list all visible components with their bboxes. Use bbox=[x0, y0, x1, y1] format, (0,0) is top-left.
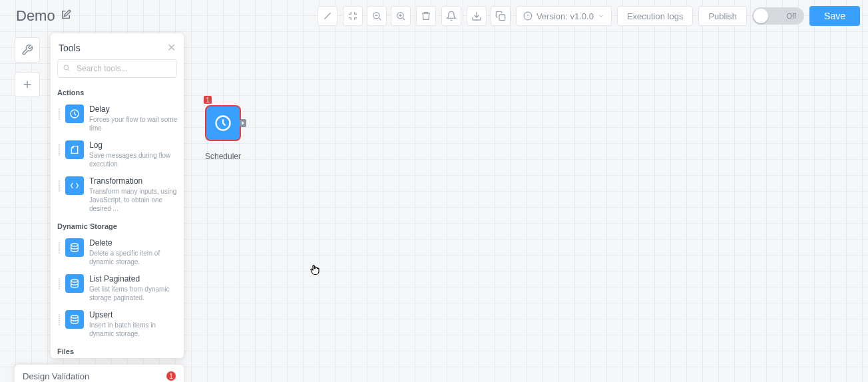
svg-point-6 bbox=[71, 244, 79, 246]
design-validation-tab[interactable]: Design Validation 1 bbox=[15, 365, 184, 382]
close-icon[interactable]: ✕ bbox=[167, 41, 176, 54]
drag-handle-icon bbox=[59, 314, 60, 325]
database-icon bbox=[65, 238, 84, 257]
tool-desc: Insert in batch items in dynamic storage… bbox=[89, 321, 178, 338]
info-icon bbox=[523, 11, 533, 21]
database-icon bbox=[65, 274, 84, 293]
tool-desc: Delete a specific item of dynamic storag… bbox=[89, 249, 178, 266]
svg-rect-2 bbox=[499, 15, 505, 21]
tool-desc: Forces your flow to wait some time bbox=[89, 115, 178, 132]
toolbar: Version: v1.0.0 Execution logs Publish O… bbox=[318, 6, 860, 26]
validation-label: Design Validation bbox=[23, 371, 89, 381]
node-label: Scheduler bbox=[205, 152, 241, 161]
publish-button[interactable]: Publish bbox=[698, 6, 747, 26]
database-icon bbox=[65, 310, 84, 329]
tool-desc: Transform many inputs, using JavaScript,… bbox=[89, 187, 178, 213]
canvas-node-scheduler[interactable]: 1 Scheduler bbox=[205, 105, 241, 161]
drag-handle-icon bbox=[59, 144, 60, 156]
zoom-in-icon[interactable] bbox=[391, 6, 411, 26]
toggle-knob bbox=[754, 9, 768, 23]
bell-icon[interactable] bbox=[441, 6, 461, 26]
chevron-down-icon bbox=[598, 13, 604, 19]
log-icon bbox=[65, 140, 84, 159]
tool-name: Delay bbox=[89, 104, 178, 114]
copy-icon[interactable] bbox=[491, 6, 511, 26]
node-output-port[interactable] bbox=[240, 119, 246, 127]
section-actions: Actions bbox=[57, 89, 180, 96]
tools-wrench-icon[interactable] bbox=[15, 37, 40, 63]
top-header: Demo Version: v1.0.0 Execution logs bbox=[0, 0, 868, 32]
clock-icon bbox=[65, 104, 84, 123]
drag-handle-icon bbox=[59, 242, 60, 254]
trash-icon[interactable] bbox=[416, 6, 436, 26]
drag-handle-icon bbox=[59, 108, 60, 120]
tool-upsert[interactable]: Upsert Insert in batch items in dynamic … bbox=[57, 306, 180, 342]
tools-panel-title: Tools bbox=[59, 43, 81, 53]
execution-logs-button[interactable]: Execution logs bbox=[617, 6, 694, 26]
side-tools bbox=[15, 37, 40, 97]
zoom-out-icon[interactable] bbox=[367, 6, 387, 26]
node-box[interactable] bbox=[205, 105, 241, 141]
tool-delay[interactable]: Delay Forces your flow to wait some time bbox=[57, 100, 180, 136]
tool-line-icon[interactable] bbox=[318, 6, 337, 26]
search-icon bbox=[63, 63, 71, 75]
hand-cursor-icon bbox=[309, 264, 321, 278]
tools-panel: Tools ✕ Actions Delay Forces your flow t… bbox=[51, 33, 184, 358]
version-select[interactable]: Version: v1.0.0 bbox=[516, 6, 612, 26]
clock-icon bbox=[214, 114, 232, 132]
node-error-badge: 1 bbox=[204, 96, 212, 104]
tool-name: Delete bbox=[89, 238, 178, 248]
tool-list-paginated[interactable]: List Paginated Get list items from dynam… bbox=[57, 270, 180, 306]
code-icon bbox=[65, 176, 84, 195]
tool-transformation[interactable]: Transformation Transform many inputs, us… bbox=[57, 172, 180, 217]
edit-title-icon[interactable] bbox=[61, 9, 71, 23]
save-button[interactable]: Save bbox=[809, 6, 860, 26]
tool-fit-icon[interactable] bbox=[343, 6, 363, 26]
version-label: Version: v1.0.0 bbox=[537, 11, 594, 21]
validation-count-badge: 1 bbox=[166, 371, 176, 381]
tool-delete[interactable]: Delete Delete a specific item of dynamic… bbox=[57, 234, 180, 270]
svg-point-7 bbox=[71, 280, 79, 282]
tool-name: Upsert bbox=[89, 310, 178, 319]
drag-handle-icon bbox=[59, 278, 60, 289]
download-icon[interactable] bbox=[467, 6, 487, 26]
section-files: Files bbox=[57, 347, 180, 355]
tools-scroll[interactable]: Actions Delay Forces your flow to wait s… bbox=[51, 83, 184, 358]
tool-name: List Paginated bbox=[89, 274, 178, 284]
drag-handle-icon bbox=[59, 180, 60, 192]
search-input[interactable] bbox=[57, 59, 177, 78]
tool-desc: Save messages during flow execution bbox=[89, 151, 178, 168]
add-node-button[interactable] bbox=[15, 72, 40, 97]
section-dynamic-storage: Dynamic Storage bbox=[57, 222, 180, 230]
svg-point-4 bbox=[64, 65, 69, 70]
tool-name: Transformation bbox=[89, 176, 178, 186]
tool-log[interactable]: Log Save messages during flow execution bbox=[57, 136, 180, 172]
tool-desc: Get list items from dynamic storage pagi… bbox=[89, 285, 178, 302]
toggle-label: Off bbox=[787, 12, 796, 20]
flow-toggle[interactable]: Off bbox=[752, 7, 804, 25]
svg-point-8 bbox=[71, 315, 79, 318]
tool-name: Log bbox=[89, 140, 178, 150]
page-title: Demo bbox=[16, 7, 55, 25]
